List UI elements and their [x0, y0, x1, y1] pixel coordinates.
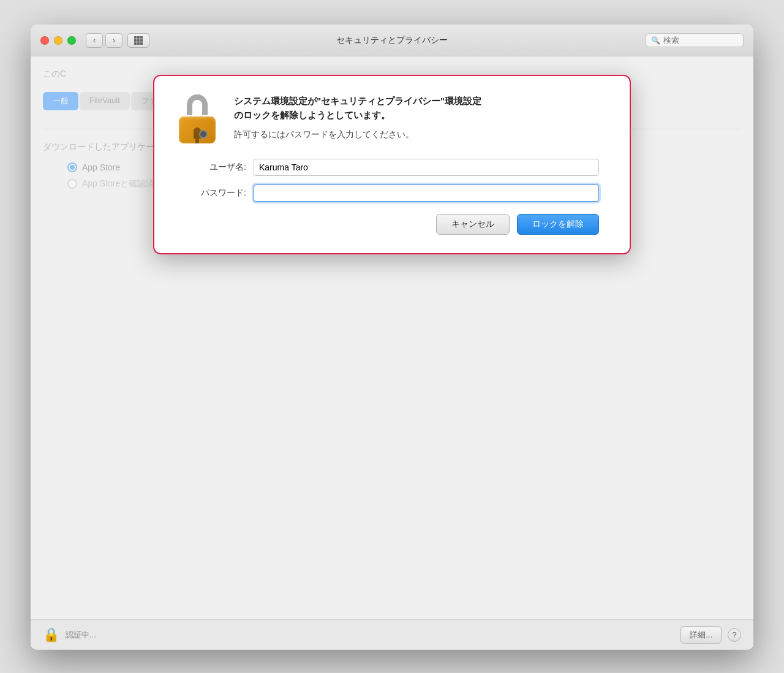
forward-button[interactable]: › [105, 33, 123, 48]
dialog-overlay: システム環境設定が"セキュリティとプライバシー"環境設定 のロックを解除しようと… [31, 56, 753, 588]
nav-buttons: ‹ › [86, 33, 123, 48]
maximize-button[interactable] [67, 36, 76, 45]
auth-text: 認証中... [66, 629, 96, 641]
content-area: このC 一般 FileVault ファイアウォール プライバシー ダウンロードし… [31, 56, 753, 619]
statusbar: 🔒 認証中... 詳細... ? [31, 619, 753, 650]
close-button[interactable] [40, 36, 49, 45]
grid-icon [134, 36, 143, 45]
username-input[interactable] [254, 159, 599, 176]
password-input[interactable] [254, 184, 599, 202]
form-section: ユーザ名: パスワード: [173, 159, 611, 202]
search-input[interactable] [663, 36, 737, 45]
search-icon: 🔍 [651, 36, 660, 45]
statusbar-right: 詳細... ? [680, 626, 741, 644]
back-button[interactable]: ‹ [86, 33, 103, 48]
password-label: パスワード: [185, 188, 246, 199]
dialog-header: システム環境設定が"セキュリティとプライバシー"環境設定 のロックを解除しようと… [173, 94, 611, 143]
lock-icon-small: 🔒 [43, 627, 59, 643]
username-row: ユーザ名: [185, 159, 599, 176]
unlock-button[interactable]: ロックを解除 [517, 214, 599, 235]
username-label: ユーザ名: [185, 162, 246, 173]
window-title: セキュリティとプライバシー [336, 35, 448, 46]
main-window: ‹ › セキュリティとプライバシー 🔍 このC 一般 FileVault [31, 25, 753, 650]
dialog-title: システム環境設定が"セキュリティとプライバシー"環境設定 のロックを解除しようと… [234, 94, 611, 122]
lock-shackle [187, 94, 208, 115]
lock-body [179, 116, 216, 143]
password-row: パスワード: [185, 184, 599, 202]
lock-camera [199, 130, 208, 139]
cancel-button[interactable]: キャンセル [436, 214, 510, 235]
titlebar: ‹ › セキュリティとプライバシー 🔍 [31, 25, 753, 56]
search-box[interactable]: 🔍 [646, 33, 744, 47]
minimize-button[interactable] [54, 36, 62, 45]
traffic-lights [40, 36, 76, 45]
help-button[interactable]: ? [728, 628, 741, 642]
authentication-dialog: システム環境設定が"セキュリティとプライバシー"環境設定 のロックを解除しようと… [153, 75, 631, 254]
lock-icon [173, 94, 222, 143]
dialog-buttons: キャンセル ロックを解除 [173, 214, 611, 235]
detail-button[interactable]: 詳細... [680, 626, 722, 644]
grid-view-button[interactable] [127, 33, 149, 48]
dialog-text: システム環境設定が"セキュリティとプライバシー"環境設定 のロックを解除しようと… [234, 94, 611, 143]
dialog-subtitle: 許可するにはパスワードを入力してください。 [234, 128, 611, 141]
